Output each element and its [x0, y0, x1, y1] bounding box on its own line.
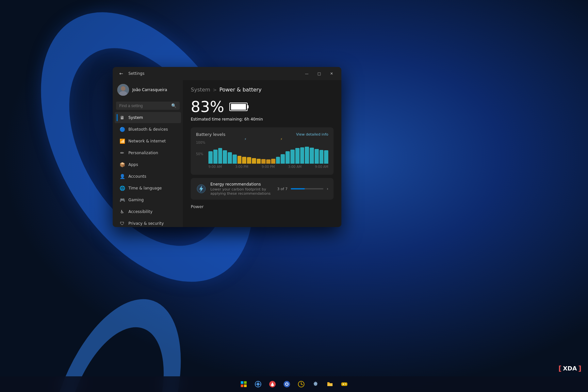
chart-title: Battery levels — [196, 132, 225, 137]
privacy-icon: 🛡 — [119, 220, 125, 226]
chart-bar — [242, 157, 246, 164]
apps-nav-icon: 📦 — [119, 162, 125, 168]
chart-bar — [276, 157, 280, 164]
chart-bar — [315, 149, 319, 164]
breadcrumb-current: Power & battery — [219, 87, 261, 93]
chart-x-labels: 9:00 AM 3:00 PM 9:00 PM 3:00 AM 9:00 AM — [208, 165, 328, 169]
taskbar-game[interactable] — [338, 378, 350, 390]
chart-bar — [266, 159, 270, 164]
estimated-time: Estimated time remaining: 6h 40min — [191, 117, 334, 122]
chart-bar — [271, 159, 275, 164]
system-icon: 🖥 — [119, 115, 125, 121]
taskbar-settings[interactable] — [310, 378, 321, 390]
svg-rect-5 — [244, 381, 247, 384]
chart-bar — [252, 158, 256, 164]
sidebar-item-label: Personalization — [128, 151, 158, 155]
main-content: System > Power & battery 83% Estimated t… — [183, 80, 341, 227]
sidebar-item-label: Privacy & security — [128, 221, 164, 226]
chart-bar — [257, 159, 261, 164]
sidebar-item-bluetooth[interactable]: 🔵 Bluetooth & devices — [115, 124, 181, 135]
svg-point-25 — [345, 384, 346, 384]
user-profile[interactable]: João Carrasqueira — [113, 80, 183, 100]
chart-bar — [310, 148, 314, 164]
rec-progress — [291, 188, 323, 189]
sidebar-item-time[interactable]: 🌐 Time & language — [115, 183, 181, 194]
start-button[interactable] — [238, 378, 250, 390]
chart-bar — [290, 150, 295, 164]
taskbar-browser[interactable] — [252, 378, 264, 390]
minimize-button[interactable]: — — [301, 69, 313, 78]
svg-rect-20 — [327, 384, 333, 386]
rec-chevron-icon: › — [327, 187, 328, 191]
search-icon: 🔍 — [171, 103, 176, 108]
settings-content: João Carrasqueira 🔍 🖥 System 🔵 Bluetooth… — [113, 80, 341, 227]
sidebar-item-accounts[interactable]: 👤 Accounts — [115, 171, 181, 182]
battery-percentage: 83% — [191, 98, 224, 116]
svg-point-1 — [121, 86, 125, 91]
chart-bar — [208, 151, 213, 164]
sidebar-item-label: Accounts — [128, 174, 146, 179]
taskbar-apps2[interactable] — [281, 378, 293, 390]
sidebar-item-apps[interactable]: 📦 Apps — [115, 159, 181, 170]
chart-bar — [228, 152, 232, 164]
taskbar-files[interactable] — [324, 378, 336, 390]
avatar — [117, 84, 129, 96]
chart-bar — [305, 147, 309, 164]
breadcrumb: System > Power & battery — [191, 87, 334, 93]
view-detailed-link[interactable]: View detailed info — [296, 132, 328, 137]
battery-header: 83% — [191, 98, 334, 116]
user-name: João Carrasqueira — [132, 88, 167, 92]
chart-bar — [281, 154, 285, 164]
sidebar-item-label: Gaming — [128, 198, 144, 202]
svg-rect-7 — [244, 384, 247, 387]
chart-bar — [237, 156, 242, 164]
search-box[interactable]: 🔍 — [116, 102, 180, 110]
breadcrumb-separator: > — [213, 87, 217, 92]
sidebar-item-personalization[interactable]: ✏️ Personalization — [115, 147, 181, 158]
maximize-button[interactable]: □ — [313, 69, 325, 78]
svg-point-15 — [286, 383, 288, 385]
sidebar-item-label: Apps — [128, 162, 138, 167]
back-button[interactable]: ← — [117, 69, 126, 78]
battery-fill — [231, 104, 246, 110]
close-button[interactable]: ✕ — [326, 69, 337, 78]
battery-icon-large — [229, 103, 248, 111]
breadcrumb-system[interactable]: System — [191, 87, 210, 93]
bars-container: ⚡ ⚡ — [208, 141, 328, 164]
sidebar-item-network[interactable]: 📶 Network & internet — [115, 136, 181, 147]
sidebar-item-accessibility[interactable]: ♿ Accessibility — [115, 206, 181, 217]
bluetooth-icon: 🔵 — [119, 126, 125, 132]
energy-recommendations-card[interactable]: Energy recommendations Lower your carbon… — [191, 178, 334, 200]
chart-bar — [261, 159, 266, 164]
sidebar-item-system[interactable]: 🖥 System — [115, 112, 181, 123]
chart-bar — [300, 147, 304, 164]
rec-subtitle: Lower your carbon footprint by applying … — [210, 187, 273, 196]
battery-icon-wrapper — [229, 103, 249, 111]
plug-icon: ⚡ — [280, 138, 282, 141]
sidebar-item-label: Network & internet — [128, 139, 166, 143]
sidebar-item-gaming[interactable]: 🎮 Gaming — [115, 194, 181, 205]
svg-rect-6 — [241, 384, 243, 387]
chart-bar — [286, 151, 290, 164]
taskbar-vivaldi[interactable] — [267, 378, 278, 390]
battery-chart-section: Battery levels View detailed info 100% 5… — [191, 127, 334, 175]
svg-line-18 — [301, 384, 302, 385]
sidebar-item-label: Bluetooth & devices — [128, 127, 168, 132]
rec-text: Energy recommendations Lower your carbon… — [210, 182, 273, 196]
chart-area: 100% 50% ⚡ ⚡ 9:00 AM 3:00 PM 9:00 PM — [196, 141, 328, 170]
chart-bar — [218, 148, 222, 164]
sidebar: João Carrasqueira 🔍 🖥 System 🔵 Bluetooth… — [113, 80, 183, 227]
svg-point-26 — [346, 384, 346, 384]
chart-bar — [319, 150, 324, 164]
unplug-icon: ⚡ — [244, 138, 246, 141]
sidebar-item-label: Accessibility — [128, 209, 153, 214]
window-title: Settings — [128, 71, 301, 76]
sidebar-item-label: System — [128, 115, 143, 120]
taskbar — [0, 376, 588, 392]
sidebar-item-label: Time & language — [128, 186, 162, 190]
search-input[interactable] — [119, 104, 169, 108]
xda-watermark: [ XDA ] — [558, 364, 581, 372]
taskbar-clock[interactable] — [295, 378, 307, 390]
network-icon: 📶 — [119, 138, 125, 144]
sidebar-item-privacy[interactable]: 🛡 Privacy & security — [115, 218, 181, 227]
